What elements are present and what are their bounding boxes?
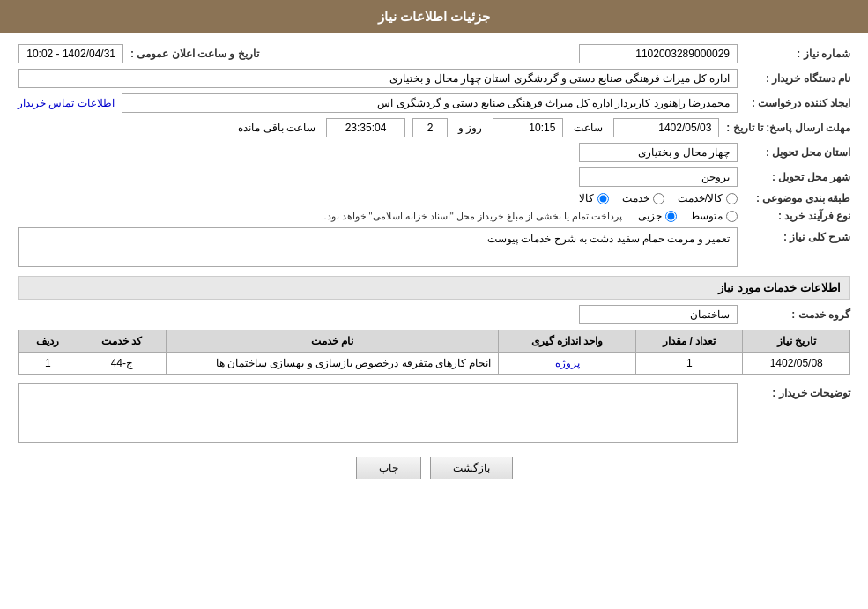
service-section-title: اطلاعات خدمات مورد نیاز xyxy=(18,276,850,300)
sharh-value: تعمیر و مرمت حمام سفید دشت به شرح خدمات … xyxy=(18,227,738,267)
shomara-value: 1102003289000029 xyxy=(579,44,738,63)
page-header: جزئیات اطلاعات نیاز xyxy=(0,0,868,33)
rooz-label: روز و xyxy=(458,122,482,134)
button-row: بازگشت چاپ xyxy=(18,457,850,479)
mootaset-label: متوسط xyxy=(690,210,723,222)
cell-tedad: 1 xyxy=(635,353,742,375)
shahr-value: بروجن xyxy=(579,167,738,187)
col-radif: ردیف xyxy=(19,330,78,353)
farayand-radio-group: متوسط جزیی xyxy=(638,210,738,222)
mohlat-time: 10:15 xyxy=(493,118,563,137)
ostan-value: چهار محال و بختیاری xyxy=(579,143,738,162)
row-shahr: شهر محل تحویل : بروجن xyxy=(18,167,850,187)
row-shomara-tarikh: شماره نیاز : 1102003289000029 تاریخ و سا… xyxy=(18,44,850,63)
grooh-khedmat-value: ساختمان xyxy=(579,305,738,324)
radio-jozii-input[interactable] xyxy=(665,211,677,222)
tarikh-label: تاریخ و ساعت اعلان عمومی : xyxy=(130,48,259,60)
col-tarikh: تاریخ نیاز xyxy=(743,330,850,353)
radio-kala-khedmat-input[interactable] xyxy=(726,193,738,204)
bazgasht-button[interactable]: بازگشت xyxy=(430,457,513,479)
kala-khedmat-label: کالا/خدمت xyxy=(678,192,723,204)
row-tozihat: توضیحات خریدار : xyxy=(18,383,850,443)
row-farayand: نوع فرآیند خرید : متوسط جزیی پرداخت تمام… xyxy=(18,210,850,222)
baqi-mande-label: ساعت باقی مانده xyxy=(238,122,315,134)
radio-kala-input[interactable] xyxy=(597,193,609,204)
row-ostan: استان محل تحویل : چهار محال و بختیاری xyxy=(18,143,850,162)
saaat-label: ساعت xyxy=(574,122,603,134)
col-tedad: تعداد / مقدار xyxy=(635,330,742,353)
page-title: جزئیات اطلاعات نیاز xyxy=(378,9,490,24)
mohlat-date: 1402/05/03 xyxy=(613,118,719,137)
tarikh-value: 1402/04/31 - 10:02 xyxy=(18,44,123,63)
radio-kala-khedmat[interactable]: کالا/خدمت xyxy=(678,192,738,204)
nam-dastgah-value: اداره کل میراث فرهنگی صنایع دستی و گردشگ… xyxy=(18,69,738,88)
jozii-label: جزیی xyxy=(638,210,662,222)
cell-kod: ج-44 xyxy=(78,353,166,375)
mohlat-rooz: 2 xyxy=(412,118,448,137)
tozihat-label: توضیحات خریدار : xyxy=(745,383,850,399)
cell-name: انجام کارهای متفرقه درخصوص بازسازی و بهس… xyxy=(166,353,499,375)
khedmat-label: خدمت xyxy=(622,192,649,204)
table-row: 1402/05/08 1 پروژه انجام کارهای متفرقه د… xyxy=(19,353,850,375)
tozihat-textarea[interactable] xyxy=(18,383,738,443)
ijad-value: محمدرضا راهنورد کاربردار اداره کل میراث … xyxy=(122,93,738,113)
farayand-label: نوع فرآیند خرید : xyxy=(745,210,850,222)
mohlat-baqi: 23:35:04 xyxy=(326,118,405,137)
row-mohlat: مهلت ارسال پاسخ: تا تاریخ : 1402/05/03 س… xyxy=(18,118,850,137)
row-ijad: ایجاد کننده درخواست : محمدرضا راهنورد کا… xyxy=(18,93,850,113)
row-nam-dastgah: نام دستگاه خریدار : اداره کل میراث فرهنگ… xyxy=(18,69,850,88)
cell-vahed: پروژه xyxy=(499,353,636,375)
ijad-label: ایجاد کننده درخواست : xyxy=(745,97,850,109)
content-area: شماره نیاز : 1102003289000029 تاریخ و سا… xyxy=(0,33,868,499)
radio-mootaset-input[interactable] xyxy=(726,211,738,222)
kala-label: کالا xyxy=(579,192,594,204)
col-nam: نام خدمت xyxy=(166,330,499,353)
row-sharh: شرح کلی نیاز : تعمیر و مرمت حمام سفید دش… xyxy=(18,227,850,267)
row-tabaqe: طبقه بندی موضوعی : کالا/خدمت خدمت کالا xyxy=(18,192,850,204)
radio-jozii[interactable]: جزیی xyxy=(638,210,677,222)
cell-radif: 1 xyxy=(19,353,78,375)
table-header-row: تاریخ نیاز تعداد / مقدار واحد اندازه گیر… xyxy=(19,330,850,353)
nam-dastgah-label: نام دستگاه خریدار : xyxy=(745,72,850,85)
ijad-link[interactable]: اطلاعات تماس خریدار xyxy=(18,97,115,109)
chap-button[interactable]: چاپ xyxy=(356,457,421,479)
grooh-khedmat-label: گروه خدمت : xyxy=(745,308,850,321)
shomara-label: شماره نیاز : xyxy=(745,48,850,60)
col-vahed: واحد اندازه گیری xyxy=(499,330,636,353)
farayand-note: پرداخت تمام یا بخشی از مبلغ خریداز محل "… xyxy=(323,211,622,222)
col-kod: کد خدمت xyxy=(78,330,166,353)
tabaqe-label: طبقه بندی موضوعی : xyxy=(745,192,850,204)
grooh-khedmat-row: گروه خدمت : ساختمان xyxy=(18,305,850,324)
tabaqe-radio-group: کالا/خدمت خدمت کالا xyxy=(579,192,738,204)
mohlat-label: مهلت ارسال پاسخ: تا تاریخ : xyxy=(726,122,850,134)
radio-kala[interactable]: کالا xyxy=(579,192,609,204)
cell-tarikh: 1402/05/08 xyxy=(743,353,850,375)
page-wrapper: جزئیات اطلاعات نیاز شماره نیاز : 1102003… xyxy=(0,0,868,609)
radio-khedmat-input[interactable] xyxy=(653,193,664,204)
radio-mootaset[interactable]: متوسط xyxy=(690,210,738,222)
sharh-label: شرح کلی نیاز : xyxy=(745,227,850,243)
services-table: تاریخ نیاز تعداد / مقدار واحد اندازه گیر… xyxy=(18,330,850,375)
radio-khedmat[interactable]: خدمت xyxy=(622,192,664,204)
shahr-label: شهر محل تحویل : xyxy=(745,171,850,183)
ostan-label: استان محل تحویل : xyxy=(745,146,850,159)
